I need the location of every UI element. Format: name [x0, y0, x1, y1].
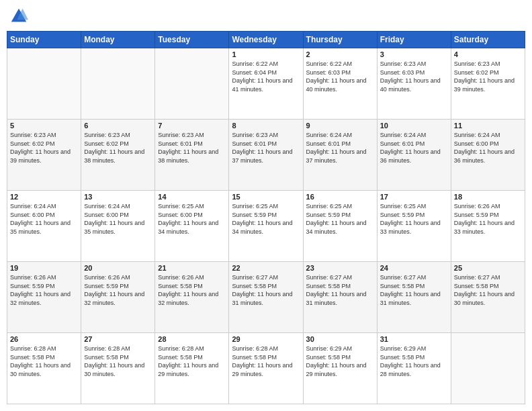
calendar-cell — [451, 333, 525, 404]
day-info: Sunrise: 6:23 AMSunset: 6:02 PMDaylight:… — [10, 131, 78, 165]
day-number: 9 — [306, 122, 374, 130]
day-number: 8 — [232, 122, 300, 130]
day-number: 24 — [380, 264, 448, 272]
day-info: Sunrise: 6:28 AMSunset: 5:58 PMDaylight:… — [232, 345, 300, 378]
day-number: 1 — [232, 50, 300, 58]
day-number: 21 — [158, 264, 226, 272]
day-number: 4 — [454, 50, 522, 58]
day-info: Sunrise: 6:27 AMSunset: 5:58 PMDaylight:… — [306, 273, 374, 307]
day-number: 23 — [306, 264, 374, 272]
calendar-cell — [155, 48, 229, 120]
day-number: 14 — [158, 193, 226, 201]
calendar-cell: 18Sunrise: 6:26 AMSunset: 5:59 PMDayligh… — [451, 191, 525, 262]
day-number: 29 — [232, 335, 300, 343]
day-info: Sunrise: 6:26 AMSunset: 5:59 PMDaylight:… — [454, 202, 522, 236]
calendar-cell: 9Sunrise: 6:24 AMSunset: 6:01 PMDaylight… — [303, 120, 377, 191]
day-info: Sunrise: 6:26 AMSunset: 5:58 PMDaylight:… — [158, 273, 226, 307]
day-number: 30 — [306, 335, 374, 343]
calendar-cell: 7Sunrise: 6:23 AMSunset: 6:01 PMDaylight… — [155, 120, 229, 191]
day-number: 2 — [306, 50, 374, 58]
calendar-cell: 29Sunrise: 6:28 AMSunset: 5:58 PMDayligh… — [229, 333, 303, 404]
calendar-cell: 30Sunrise: 6:29 AMSunset: 5:58 PMDayligh… — [303, 333, 377, 404]
calendar-cell: 5Sunrise: 6:23 AMSunset: 6:02 PMDaylight… — [7, 120, 81, 191]
day-info: Sunrise: 6:26 AMSunset: 5:59 PMDaylight:… — [10, 273, 78, 307]
day-info: Sunrise: 6:23 AMSunset: 6:01 PMDaylight:… — [158, 131, 226, 165]
day-info: Sunrise: 6:24 AMSunset: 6:00 PMDaylight:… — [10, 202, 78, 236]
day-number: 19 — [10, 264, 78, 272]
calendar-cell: 1Sunrise: 6:22 AMSunset: 6:04 PMDaylight… — [229, 48, 303, 120]
day-info: Sunrise: 6:27 AMSunset: 5:58 PMDaylight:… — [380, 273, 448, 307]
day-number: 18 — [454, 193, 522, 201]
day-info: Sunrise: 6:28 AMSunset: 5:58 PMDaylight:… — [158, 345, 226, 378]
week-row-0: 1Sunrise: 6:22 AMSunset: 6:04 PMDaylight… — [7, 48, 525, 120]
day-info: Sunrise: 6:28 AMSunset: 5:58 PMDaylight:… — [84, 345, 152, 378]
day-info: Sunrise: 6:27 AMSunset: 5:58 PMDaylight:… — [454, 273, 522, 307]
weekday-header-wednesday: Wednesday — [229, 32, 303, 48]
day-number: 25 — [454, 264, 522, 272]
week-row-2: 12Sunrise: 6:24 AMSunset: 6:00 PMDayligh… — [7, 191, 525, 262]
calendar-cell — [7, 48, 81, 120]
day-info: Sunrise: 6:23 AMSunset: 6:03 PMDaylight:… — [380, 60, 448, 93]
day-number: 15 — [232, 193, 300, 201]
day-info: Sunrise: 6:25 AMSunset: 5:59 PMDaylight:… — [306, 202, 374, 236]
weekday-header-saturday: Saturday — [451, 32, 525, 48]
weekday-header-sunday: Sunday — [7, 32, 81, 48]
calendar-cell: 23Sunrise: 6:27 AMSunset: 5:58 PMDayligh… — [303, 262, 377, 333]
day-number: 27 — [84, 335, 152, 343]
day-number: 6 — [84, 122, 152, 130]
calendar-cell: 10Sunrise: 6:24 AMSunset: 6:01 PMDayligh… — [377, 120, 451, 191]
calendar-cell: 27Sunrise: 6:28 AMSunset: 5:58 PMDayligh… — [81, 333, 155, 404]
day-info: Sunrise: 6:27 AMSunset: 5:58 PMDaylight:… — [232, 273, 300, 307]
calendar-cell: 25Sunrise: 6:27 AMSunset: 5:58 PMDayligh… — [451, 262, 525, 333]
week-row-1: 5Sunrise: 6:23 AMSunset: 6:02 PMDaylight… — [7, 120, 525, 191]
calendar-cell: 17Sunrise: 6:25 AMSunset: 5:59 PMDayligh… — [377, 191, 451, 262]
weekday-header-friday: Friday — [377, 32, 451, 48]
day-number: 22 — [232, 264, 300, 272]
calendar-cell: 28Sunrise: 6:28 AMSunset: 5:58 PMDayligh… — [155, 333, 229, 404]
calendar-cell: 8Sunrise: 6:23 AMSunset: 6:01 PMDaylight… — [229, 120, 303, 191]
day-number: 11 — [454, 122, 522, 130]
day-number: 12 — [10, 193, 78, 201]
day-info: Sunrise: 6:23 AMSunset: 6:02 PMDaylight:… — [454, 60, 522, 93]
day-info: Sunrise: 6:26 AMSunset: 5:59 PMDaylight:… — [84, 273, 152, 307]
calendar-table: SundayMondayTuesdayWednesdayThursdayFrid… — [7, 31, 525, 404]
day-info: Sunrise: 6:29 AMSunset: 5:58 PMDaylight:… — [380, 345, 448, 378]
calendar-cell: 4Sunrise: 6:23 AMSunset: 6:02 PMDaylight… — [451, 48, 525, 120]
day-number: 31 — [380, 335, 448, 343]
calendar-cell: 13Sunrise: 6:24 AMSunset: 6:00 PMDayligh… — [81, 191, 155, 262]
day-info: Sunrise: 6:23 AMSunset: 6:01 PMDaylight:… — [232, 131, 300, 165]
day-number: 13 — [84, 193, 152, 201]
day-number: 3 — [380, 50, 448, 58]
calendar-cell: 26Sunrise: 6:28 AMSunset: 5:58 PMDayligh… — [7, 333, 81, 404]
calendar-cell: 31Sunrise: 6:29 AMSunset: 5:58 PMDayligh… — [377, 333, 451, 404]
weekday-header-thursday: Thursday — [303, 32, 377, 48]
calendar-cell: 19Sunrise: 6:26 AMSunset: 5:59 PMDayligh… — [7, 262, 81, 333]
calendar-cell: 15Sunrise: 6:25 AMSunset: 5:59 PMDayligh… — [229, 191, 303, 262]
day-number: 26 — [10, 335, 78, 343]
day-info: Sunrise: 6:29 AMSunset: 5:58 PMDaylight:… — [306, 345, 374, 378]
day-info: Sunrise: 6:25 AMSunset: 5:59 PMDaylight:… — [232, 202, 300, 236]
calendar-cell: 14Sunrise: 6:25 AMSunset: 6:00 PMDayligh… — [155, 191, 229, 262]
calendar-cell: 20Sunrise: 6:26 AMSunset: 5:59 PMDayligh… — [81, 262, 155, 333]
calendar-cell — [81, 48, 155, 120]
day-number: 10 — [380, 122, 448, 130]
day-number: 5 — [10, 122, 78, 130]
calendar-cell: 22Sunrise: 6:27 AMSunset: 5:58 PMDayligh… — [229, 262, 303, 333]
calendar-cell: 11Sunrise: 6:24 AMSunset: 6:00 PMDayligh… — [451, 120, 525, 191]
day-number: 7 — [158, 122, 226, 130]
calendar-cell: 21Sunrise: 6:26 AMSunset: 5:58 PMDayligh… — [155, 262, 229, 333]
day-info: Sunrise: 6:22 AMSunset: 6:03 PMDaylight:… — [306, 60, 374, 93]
day-number: 28 — [158, 335, 226, 343]
header — [7, 7, 525, 26]
calendar-cell: 2Sunrise: 6:22 AMSunset: 6:03 PMDaylight… — [303, 48, 377, 120]
day-number: 17 — [380, 193, 448, 201]
day-info: Sunrise: 6:23 AMSunset: 6:02 PMDaylight:… — [84, 131, 152, 165]
weekday-header-row: SundayMondayTuesdayWednesdayThursdayFrid… — [7, 32, 525, 48]
calendar-cell: 24Sunrise: 6:27 AMSunset: 5:58 PMDayligh… — [377, 262, 451, 333]
calendar-cell: 12Sunrise: 6:24 AMSunset: 6:00 PMDayligh… — [7, 191, 81, 262]
day-info: Sunrise: 6:24 AMSunset: 6:01 PMDaylight:… — [306, 131, 374, 165]
week-row-4: 26Sunrise: 6:28 AMSunset: 5:58 PMDayligh… — [7, 333, 525, 404]
day-number: 16 — [306, 193, 374, 201]
week-row-3: 19Sunrise: 6:26 AMSunset: 5:59 PMDayligh… — [7, 262, 525, 333]
weekday-header-tuesday: Tuesday — [155, 32, 229, 48]
